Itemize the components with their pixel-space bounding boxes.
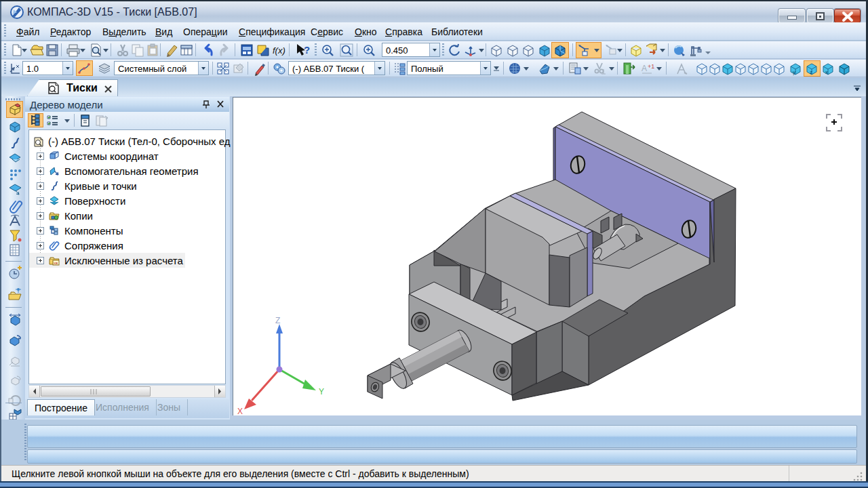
- svg-text:Y: Y: [319, 387, 324, 396]
- svg-text:A: A: [642, 64, 647, 73]
- svg-text:f(x): f(x): [273, 45, 285, 56]
- svg-text:X: X: [237, 407, 243, 416]
- svg-text:?: ?: [304, 44, 310, 56]
- svg-text:хв: хв: [54, 261, 58, 265]
- svg-text:x: x: [825, 69, 828, 75]
- svg-text:z: z: [810, 69, 812, 75]
- svg-text:Z: Z: [275, 316, 280, 325]
- svg-text:y: y: [793, 69, 795, 75]
- svg-text:+1: +1: [648, 63, 654, 70]
